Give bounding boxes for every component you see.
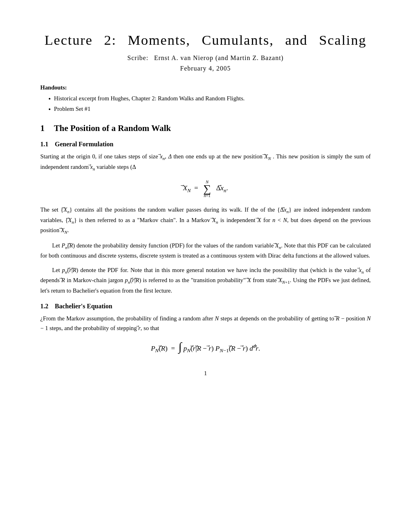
equation-XN: ⃗XN = N ∑ n=1 Δ⃗xn. bbox=[40, 180, 371, 198]
paragraph-1-2-a: ¿From the Markov assumption, the probabi… bbox=[40, 314, 371, 333]
paragraph-1-1-a: Starting at the origin 0, if one takes s… bbox=[40, 152, 371, 172]
page-number: 1 bbox=[40, 370, 371, 377]
summation: N ∑ n=1 bbox=[203, 180, 211, 198]
paragraph-1-1-c: Let Pn(⃗R) denote the probability densit… bbox=[40, 241, 371, 261]
subsection-1-1-label: General Formulation bbox=[55, 141, 113, 148]
subsection-1-2-number: 1.2 bbox=[40, 303, 48, 310]
math-xn-var: ⃗xn bbox=[90, 164, 95, 170]
subsection-1-2-title: 1.2 Bachelier's Equation bbox=[40, 303, 371, 310]
title-section: Lecture 2: Moments, Cumulants, and Scali… bbox=[40, 32, 371, 72]
math-XN: ⃗XN bbox=[264, 153, 273, 160]
date-line: February 4, 2005 bbox=[40, 65, 371, 72]
equation-bachelier: PN(⃗R) = ∫ pN(⃗r|⃗R − ⃗r) PN−1(⃗R − ⃗r) … bbox=[40, 340, 371, 354]
title-word-2: 2: bbox=[104, 32, 116, 48]
section-1-label: The Position of a Random Walk bbox=[54, 123, 171, 133]
subsection-1-1-title: 1.1 General Formulation bbox=[40, 141, 371, 148]
list-item: Historical excerpt from Hughes, Chapter … bbox=[48, 95, 371, 103]
scribe-label: Scribe: bbox=[127, 54, 148, 62]
paragraph-1-1-b: The set {⃗Xn} contains all the positions… bbox=[40, 205, 371, 236]
subsection-1-2-label: Bachelier's Equation bbox=[55, 303, 112, 310]
sum-bottom: n=1 bbox=[204, 193, 211, 198]
integral: ∫ bbox=[179, 340, 182, 353]
title-word-5: and bbox=[285, 32, 308, 48]
handouts-heading: Handouts: bbox=[40, 84, 371, 91]
scribe-name: Ernst A. van Nierop (and Martin Z. Bazan… bbox=[154, 54, 283, 62]
title-word-3: Moments, bbox=[128, 32, 191, 48]
title-word-4: Cumulants, bbox=[202, 32, 274, 48]
title-word-1: Lecture bbox=[44, 32, 93, 48]
subsection-1-1-number: 1.1 bbox=[40, 141, 48, 148]
section-1-title: 1 The Position of a Random Walk bbox=[40, 123, 371, 133]
title-word-6: Scaling bbox=[319, 32, 367, 48]
section-1-number: 1 bbox=[40, 123, 45, 133]
page: Lecture 2: Moments, Cumulants, and Scali… bbox=[0, 0, 411, 532]
scribe-line: Scribe: Ernst A. van Nierop (and Martin … bbox=[40, 54, 371, 62]
handouts-section: Handouts: Historical excerpt from Hughes… bbox=[40, 84, 371, 114]
list-item-text-1: Historical excerpt from Hughes, Chapter … bbox=[54, 95, 245, 103]
list-item-text-2: Problem Set #1 bbox=[54, 106, 90, 114]
integral-sign: ∫ bbox=[179, 340, 182, 353]
handouts-list: Historical excerpt from Hughes, Chapter … bbox=[40, 95, 371, 114]
list-item: Problem Set #1 bbox=[48, 106, 371, 114]
math-xn-delta: ⃗xn, Δ bbox=[160, 153, 173, 160]
paragraph-1-1-d: Let pn(⃗r|⃗R) denote the PDF for. Note t… bbox=[40, 266, 371, 296]
page-title: Lecture 2: Moments, Cumulants, and Scali… bbox=[40, 32, 371, 48]
